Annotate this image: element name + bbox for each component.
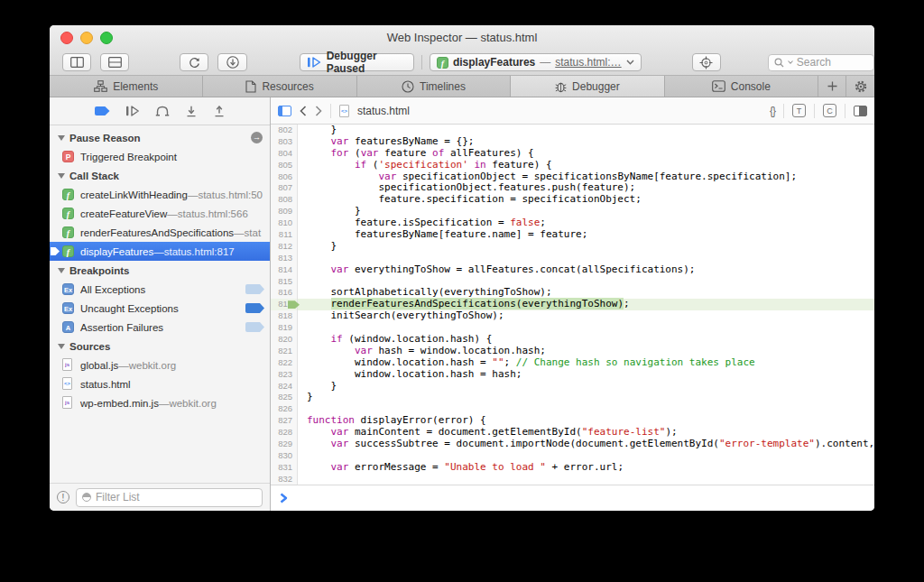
scope-location: status.html:… (555, 56, 621, 69)
line-number[interactable]: 826 (271, 403, 298, 415)
line-number[interactable]: 806 (271, 171, 298, 183)
scope-chain-dropdown[interactable]: f displayFeatures — status.html:… (430, 53, 642, 71)
line-number[interactable]: 820 (271, 334, 298, 346)
pause-reason-header[interactable]: Pause Reason → (50, 128, 270, 147)
line-number[interactable]: 814 (271, 264, 298, 276)
source-code-editor[interactable]: 802 }803 var featuresByName = {};804 for… (271, 125, 874, 485)
line-number[interactable]: 821 (271, 346, 298, 357)
line-number[interactable]: 828 (271, 427, 298, 439)
function-badge: f (62, 226, 74, 238)
minimize-window-button[interactable] (80, 32, 93, 44)
line-number[interactable]: 829 (271, 439, 298, 450)
line-number[interactable]: 802 (271, 125, 298, 136)
line-number[interactable]: 825 (271, 392, 298, 403)
disclosure-triangle-icon[interactable] (58, 173, 65, 179)
line-number[interactable]: 823 (271, 369, 298, 381)
source-item-status-html[interactable]: <> status.html (50, 374, 270, 393)
line-number[interactable]: 815 (271, 276, 298, 288)
line-number[interactable]: 830 (271, 450, 298, 462)
search-input[interactable]: Search (768, 54, 874, 71)
download-button[interactable] (217, 53, 246, 71)
line-number[interactable]: 805 (271, 160, 298, 171)
breakpoint-all-exceptions[interactable]: Ex All Exceptions (50, 280, 270, 299)
toggle-left-sidebar-button[interactable] (278, 106, 291, 116)
line-number[interactable]: 807 (271, 182, 298, 194)
back-button[interactable] (300, 106, 307, 116)
code-coverage-button[interactable]: C (823, 104, 836, 117)
tab-resources[interactable]: Resources (203, 76, 356, 97)
toggle-right-sidebar-button[interactable] (854, 106, 867, 116)
tab-debugger[interactable]: Debugger (511, 76, 664, 97)
tab-elements[interactable]: Elements (50, 76, 203, 97)
line-number[interactable]: 811 (271, 229, 298, 241)
line-number[interactable]: 812 (271, 241, 298, 253)
breakpoint-assertion-failures[interactable]: A Assertion Failures (50, 318, 270, 337)
line-number[interactable]: 822 (271, 357, 298, 369)
timelines-icon (402, 80, 414, 93)
code-line: 811 featuresByName[feature.name] = featu… (271, 229, 874, 241)
tab-console[interactable]: Console (665, 76, 818, 97)
line-number[interactable]: 818 (271, 310, 298, 322)
issues-filter-icon[interactable]: ! (57, 491, 69, 503)
nav-separator (783, 104, 784, 118)
breakpoints-toggle-button[interactable] (95, 106, 110, 115)
pause-resume-button[interactable] (125, 106, 140, 116)
filter-scope-icon[interactable] (82, 493, 91, 502)
breakpoint-uncaught-exceptions[interactable]: Ex Uncaught Exceptions (50, 299, 270, 318)
source-item-wp-embed[interactable]: js wp-embed.min.js — webkit.org (50, 393, 270, 412)
zoom-window-button[interactable] (100, 32, 113, 44)
step-over-button[interactable] (155, 106, 170, 116)
line-number[interactable]: 804 (271, 148, 298, 160)
disclosure-triangle-icon[interactable] (58, 135, 65, 141)
line-number[interactable]: 816 (271, 287, 298, 299)
forward-button[interactable] (315, 106, 322, 116)
code-text (298, 474, 307, 485)
type-profiler-button[interactable]: T (792, 104, 806, 117)
sources-header[interactable]: Sources (50, 337, 270, 356)
breakpoint-enable-toggle[interactable] (245, 303, 264, 313)
filter-list-input[interactable]: Filter List (76, 488, 263, 507)
line-number[interactable]: 803 (271, 136, 298, 148)
line-number[interactable]: 819 (271, 322, 298, 334)
call-stack-frame[interactable]: f renderFeaturesAndSpecifications — stat (50, 223, 270, 242)
line-number[interactable]: 832 (271, 474, 298, 485)
line-number[interactable]: 817 (271, 299, 298, 310)
call-stack-frame[interactable]: f createLinkWithHeading — status.html:50 (50, 185, 270, 204)
dock-side-button[interactable] (62, 53, 91, 71)
element-selection-button[interactable] (692, 53, 721, 71)
tab-timelines[interactable]: Timelines (357, 76, 511, 97)
disclosure-triangle-icon[interactable] (58, 268, 65, 273)
source-item-global-js[interactable]: js global.js — webkit.org (50, 356, 270, 374)
frame-location: status.html:50 (198, 189, 263, 200)
line-number[interactable]: 809 (271, 206, 298, 217)
line-number[interactable]: 808 (271, 194, 298, 206)
debugger-paused-button[interactable]: Debugger Paused (300, 53, 414, 71)
new-tab-button[interactable] (818, 76, 846, 97)
quick-console-bar[interactable] (271, 485, 874, 511)
dock-bottom-button[interactable] (100, 53, 129, 71)
line-number[interactable]: 831 (271, 462, 298, 474)
web-inspector-window: Web Inspector — status.html Debugger Pau… (50, 25, 874, 511)
disclosure-triangle-icon[interactable] (58, 344, 65, 349)
call-stack-frame-selected[interactable]: f displayFeatures — status.html:817 (50, 242, 270, 261)
reload-button[interactable] (180, 53, 208, 71)
line-number[interactable]: 824 (271, 381, 298, 393)
breakpoint-enable-toggle[interactable] (245, 322, 264, 332)
goto-breakpoint-icon[interactable]: → (251, 132, 263, 143)
line-number[interactable]: 810 (271, 217, 298, 229)
pause-reason-item[interactable]: P Triggered Breakpoint (50, 147, 270, 166)
line-number[interactable]: 827 (271, 415, 298, 427)
settings-button[interactable] (846, 76, 874, 97)
line-number[interactable]: 813 (271, 253, 298, 264)
step-out-button[interactable] (213, 106, 226, 117)
code-text: } (298, 392, 313, 403)
step-into-button[interactable] (185, 106, 198, 117)
breakpoint-enable-toggle[interactable] (245, 284, 264, 294)
pretty-print-button[interactable]: {} (770, 105, 775, 117)
close-window-button[interactable] (60, 32, 73, 44)
call-stack-header[interactable]: Call Stack (50, 166, 270, 185)
breakpoints-header[interactable]: Breakpoints (50, 261, 270, 280)
titlebar[interactable]: Web Inspector — status.html (50, 25, 874, 50)
code-text: var everythingToShow = allFeatures.conca… (298, 264, 695, 276)
call-stack-frame[interactable]: f createFeatureView — status.html:566 (50, 204, 270, 223)
